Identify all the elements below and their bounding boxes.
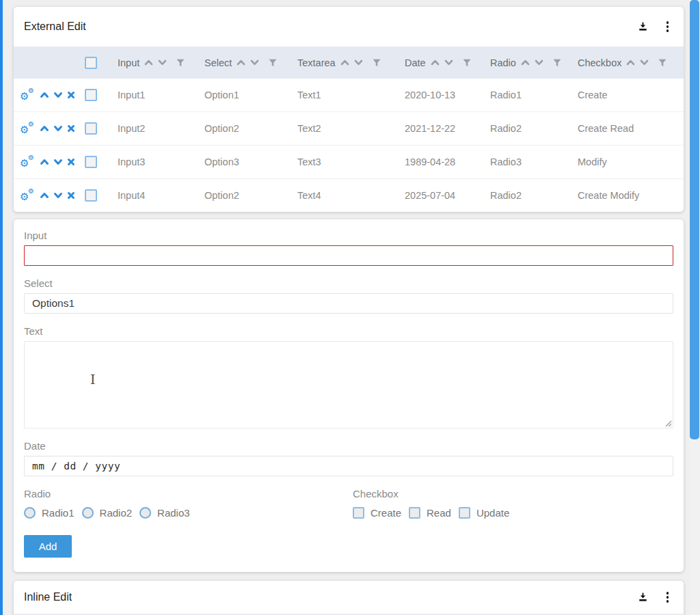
row-checkbox[interactable] [85,122,97,135]
delete-icon[interactable] [67,124,75,133]
checkbox-option-label: Read [427,507,451,519]
sort-asc-icon[interactable] [340,59,349,66]
sort-asc-icon[interactable] [521,59,530,66]
resize-grip-icon[interactable] [663,418,672,427]
kebab-menu-icon[interactable] [665,590,671,604]
download-icon[interactable] [637,21,649,32]
filter-icon[interactable] [658,59,667,67]
filter-icon[interactable] [373,59,381,67]
radio-option-radio2[interactable]: Radio2 [82,507,133,519]
cell-checkbox: Modify [566,156,684,167]
filter-icon[interactable] [553,59,561,67]
cell-radio: Radio2 [479,123,566,134]
cell-radio: Radio3 [479,156,566,167]
radio-icon[interactable] [82,507,94,519]
card-title: Inline Edit [24,591,72,603]
cell-radio: Radio1 [479,90,566,100]
column-header-checkbox: Checkbox [566,57,684,68]
radio-option-label: Radio1 [42,507,75,519]
radio-group: Radio Radio1 Radio2 Radio3 [24,487,353,519]
table-row: ⚙⚙ Input3 Option3 Text3 1989-04-28 Radio… [14,146,684,179]
radio-icon[interactable] [139,507,151,519]
column-label: Select [204,57,232,68]
move-up-icon[interactable] [40,92,49,98]
delete-icon[interactable] [67,158,75,166]
radio-option-radio3[interactable]: Radio3 [139,507,190,519]
sort-asc-icon[interactable] [626,59,635,66]
cell-select: Option3 [193,156,286,167]
sort-asc-icon[interactable] [431,59,440,66]
move-up-icon[interactable] [40,192,49,199]
add-button[interactable]: Add [24,535,72,558]
radio-icon[interactable] [24,507,36,519]
row-checkbox[interactable] [85,89,97,101]
sort-desc-icon[interactable] [250,59,259,66]
row-actions: ⚙⚙ [14,89,75,101]
checkbox-icon[interactable] [353,507,364,519]
text-area[interactable]: I [24,341,673,428]
checkbox-icon[interactable] [409,507,420,519]
move-down-icon[interactable] [53,159,63,165]
column-header-date: Date [393,57,479,68]
column-label: Radio [490,57,516,68]
move-up-icon[interactable] [40,125,49,132]
sort-asc-icon[interactable] [237,59,245,66]
filter-icon[interactable] [176,59,185,67]
sort-desc-icon[interactable] [158,59,167,66]
delete-icon[interactable] [67,91,75,99]
select-all-cell [75,57,106,69]
cell-radio: Radio2 [479,190,566,201]
move-up-icon[interactable] [40,159,49,165]
checkbox-option-update[interactable]: Update [459,507,509,519]
radio-options-row: Radio1 Radio2 Radio3 [24,507,353,519]
kebab-menu-icon[interactable] [665,20,671,33]
column-header-input: Input [106,57,193,68]
move-down-icon[interactable] [53,125,63,132]
row-checkbox[interactable] [85,156,97,168]
select-field[interactable]: Options1 [24,293,673,314]
scrollbar-track[interactable] [689,0,700,615]
input-field[interactable] [24,245,673,266]
filter-icon[interactable] [463,59,471,67]
row-actions: ⚙⚙ [14,122,75,135]
cell-textarea: Text3 [286,156,393,167]
select-value: Options1 [32,297,75,310]
cell-input: Input1 [106,90,193,100]
row-actions: ⚙⚙ [14,156,75,168]
download-icon[interactable] [637,592,649,603]
sort-desc-icon[interactable] [535,59,543,66]
sort-desc-icon[interactable] [640,59,649,66]
row-checkbox[interactable] [85,189,97,202]
row-checkbox-cell [75,156,106,168]
date-field[interactable]: mm / dd / yyyy [24,456,673,476]
sort-desc-icon[interactable] [444,59,453,66]
column-header-select: Select [193,57,286,68]
scrollbar-thumb[interactable] [690,0,699,439]
settings-icon[interactable]: ⚙⚙ [20,189,36,202]
text-cursor-icon: I [90,372,96,387]
settings-icon[interactable]: ⚙⚙ [20,156,36,168]
select-all-checkbox[interactable] [85,57,97,69]
checkbox-option-read[interactable]: Read [409,507,451,519]
cell-textarea: Text1 [286,90,393,100]
sort-desc-icon[interactable] [354,59,363,66]
settings-icon[interactable]: ⚙⚙ [20,89,36,101]
settings-icon[interactable]: ⚙⚙ [20,122,36,135]
checkbox-icon[interactable] [459,507,470,519]
move-down-icon[interactable] [53,92,63,98]
sort-asc-icon[interactable] [144,59,153,66]
move-down-icon[interactable] [53,192,63,199]
column-label: Checkbox [578,57,621,68]
row-actions: ⚙⚙ [14,189,75,202]
cell-date: 1989-04-28 [393,156,479,167]
row-checkbox-cell [75,89,106,101]
checkbox-group: Checkbox Create Read Update [353,487,673,519]
column-label: Input [118,57,139,68]
checkbox-options-row: Create Read Update [353,507,673,519]
delete-icon[interactable] [67,191,75,200]
row-checkbox-cell [75,189,106,202]
filter-icon[interactable] [269,59,277,67]
checkbox-option-create[interactable]: Create [353,507,401,519]
radio-option-radio1[interactable]: Radio1 [24,507,75,519]
cell-input: Input3 [106,156,193,167]
